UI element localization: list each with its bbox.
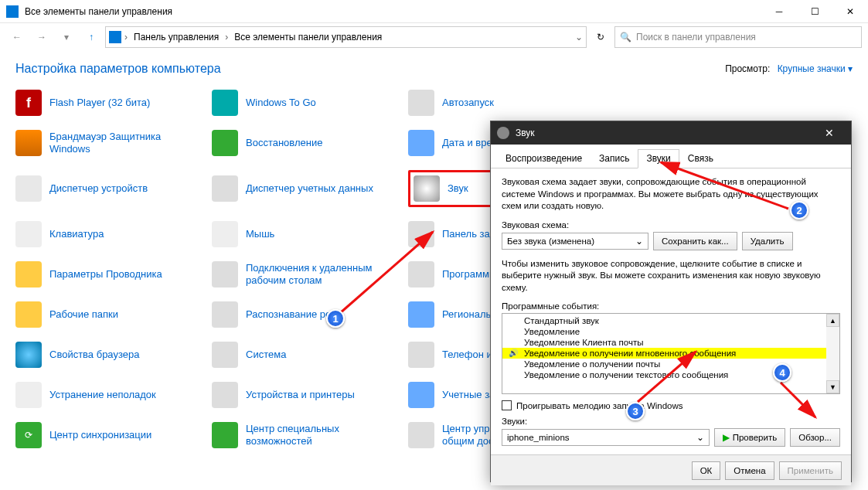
item-devices-printers[interactable]: Устройства и принтеры: [212, 382, 397, 408]
item-label: Мышь: [246, 228, 274, 240]
annotation-marker-2: 2: [790, 201, 808, 219]
location-icon: [109, 31, 121, 43]
breadcrumb-dropdown[interactable]: ⌄: [575, 32, 583, 43]
annotation-marker-3: 3: [626, 402, 645, 420]
item-flash-player[interactable]: fFlash Player (32 бита): [15, 90, 201, 116]
credentials-icon: [212, 175, 238, 202]
breadcrumb[interactable]: › Панель управления › Все элементы панел…: [105, 26, 587, 48]
scheme-label: Звуковая схема:: [502, 220, 840, 230]
item-sync-center[interactable]: ⟳Центр синхронизации: [15, 422, 201, 448]
microphone-icon: [212, 301, 238, 328]
item-restore[interactable]: Восстановление: [212, 130, 397, 156]
item-browser-options[interactable]: Свойства браузера: [15, 342, 201, 368]
restore-icon: [212, 130, 238, 156]
tab-playback[interactable]: Воспроизведение: [497, 149, 591, 168]
speaker-icon: [414, 175, 440, 202]
annotation-marker-4: 4: [773, 363, 791, 382]
item-label: Восстановление: [246, 137, 322, 149]
forward-button[interactable]: →: [31, 26, 53, 48]
mouse-icon: [212, 221, 238, 247]
crumb-control-panel[interactable]: Панель управления: [131, 32, 222, 43]
printer-icon: [212, 382, 238, 408]
tab-record[interactable]: Запись: [591, 149, 638, 168]
maximize-button[interactable]: ☐: [797, 0, 832, 23]
cancel-button[interactable]: Отмена: [725, 461, 774, 480]
search-icon: 🔍: [620, 32, 631, 43]
view-selector[interactable]: Крупные значки ▾: [778, 63, 853, 74]
item-label: Подключения к удаленным рабочим столам: [246, 262, 397, 286]
save-as-button[interactable]: Сохранить как...: [653, 232, 737, 250]
keyboard-icon: [15, 221, 42, 247]
sync-icon: ⟳: [15, 422, 42, 448]
item-work-folders[interactable]: Рабочие папки: [15, 301, 201, 328]
item-device-manager[interactable]: Диспетчер устройств: [15, 170, 201, 207]
content-header: Настройка параметров компьютера Просмотр…: [0, 51, 868, 82]
scheme-select[interactable]: Без звука (изменена)⌄: [502, 233, 648, 250]
calendar-icon: [408, 130, 434, 156]
recent-dropdown[interactable]: ▾: [56, 26, 77, 48]
minimize-button[interactable]: ─: [761, 0, 797, 23]
control-panel-icon: [6, 5, 19, 18]
scroll-up-button[interactable]: ▲: [826, 314, 839, 327]
page-title: Настройка параметров компьютера: [15, 62, 221, 76]
dialog-close-button[interactable]: ✕: [814, 127, 845, 139]
events-listbox[interactable]: Стандартный звук Уведомление Уведомление…: [502, 313, 840, 394]
item-label: Центр специальных возможностей: [246, 423, 397, 447]
crumb-all-items[interactable]: Все элементы панели управления: [231, 32, 385, 43]
delete-button[interactable]: Удалить: [742, 232, 793, 250]
scrollbar-track[interactable]: [826, 327, 839, 380]
back-button[interactable]: ←: [6, 26, 28, 48]
scheme-value: Без звука (изменена): [507, 236, 594, 246]
scroll-down-button[interactable]: ▼: [826, 380, 839, 393]
event-item[interactable]: Стандартный звук: [502, 315, 839, 326]
chevron-down-icon: ⌄: [635, 236, 643, 247]
browse-button[interactable]: Обзор...: [790, 428, 840, 447]
globe-icon: [408, 301, 434, 328]
event-item[interactable]: Уведомление: [502, 326, 839, 337]
item-label: Автозапуск: [442, 97, 494, 109]
folder-icon: [15, 301, 42, 328]
item-troubleshoot[interactable]: Устранение неполадок: [15, 382, 201, 408]
close-button[interactable]: ✕: [832, 0, 868, 23]
autorun-icon: [408, 90, 434, 116]
device-icon: [15, 175, 42, 202]
item-label: Устранение неполадок: [49, 389, 156, 401]
startup-sound-checkbox[interactable]: [502, 400, 512, 410]
network-icon: [408, 422, 434, 448]
item-credential-manager[interactable]: Диспетчер учетных данных: [212, 170, 397, 207]
item-remote-desktop[interactable]: Подключения к удаленным рабочим столам: [212, 261, 397, 288]
event-item-selected[interactable]: Уведомление о получении мгновенного сооб…: [502, 348, 839, 359]
item-label: Клавиатура: [49, 228, 104, 240]
sound-file-select[interactable]: iphone_minions⌄: [502, 429, 710, 446]
play-button[interactable]: ▶Проверить: [714, 428, 786, 447]
item-windows-to-go[interactable]: Windows To Go: [212, 90, 397, 116]
item-keyboard[interactable]: Клавиатура: [15, 221, 201, 247]
chevron-icon: ›: [124, 32, 128, 43]
item-label: Центр синхронизации: [49, 429, 151, 441]
event-item[interactable]: Уведомление Клиента почты: [502, 337, 839, 348]
system-icon: [212, 342, 238, 368]
item-label: Звук: [448, 182, 468, 195]
search-input[interactable]: 🔍 Поиск в панели управления: [614, 26, 862, 48]
item-mouse[interactable]: Мышь: [212, 221, 397, 247]
tab-communication[interactable]: Связь: [679, 149, 722, 168]
item-accessibility[interactable]: Центр специальных возможностей: [212, 422, 397, 448]
view-label: Просмотр:: [725, 63, 770, 74]
item-speech[interactable]: Распознавание речи: [212, 301, 397, 328]
up-button[interactable]: ↑: [80, 26, 102, 48]
events-label: Программные события:: [502, 301, 840, 311]
apply-button[interactable]: Применить: [779, 461, 842, 480]
tab-sounds[interactable]: Звуки: [638, 149, 679, 168]
item-firewall[interactable]: Брандмауэр Защитника Windows: [15, 130, 201, 156]
togo-icon: [212, 90, 238, 116]
item-label: Система: [246, 349, 286, 361]
item-explorer-options[interactable]: Параметры Проводника: [15, 261, 201, 288]
window-title: Все элементы панели управления: [25, 6, 761, 17]
dialog-titlebar[interactable]: Звук ✕: [491, 121, 851, 145]
ok-button[interactable]: ОК: [692, 461, 721, 480]
refresh-button[interactable]: ↻: [590, 26, 611, 48]
item-system[interactable]: Система: [212, 342, 397, 368]
item-autorun[interactable]: Автозапуск: [408, 90, 594, 116]
phone-icon: [408, 342, 434, 368]
item-label: Параметры Проводника: [49, 268, 162, 281]
